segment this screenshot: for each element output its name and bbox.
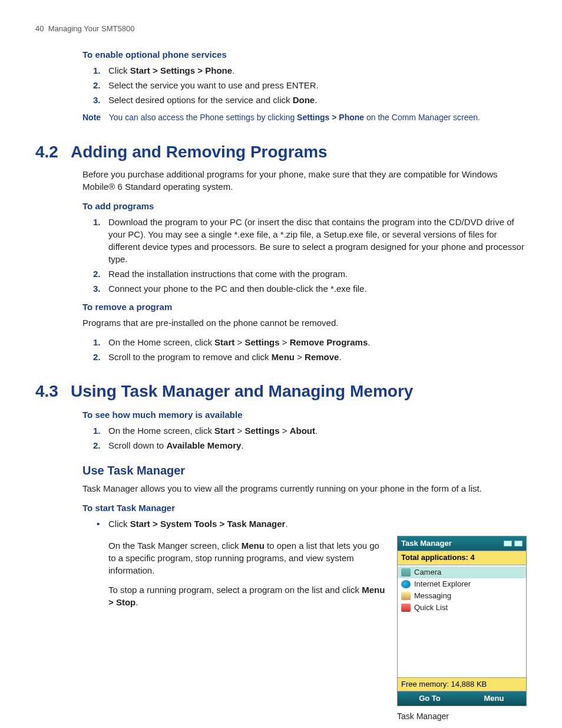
section-4-2: 4.2 Adding and Removing Programs bbox=[35, 140, 527, 163]
camera-icon bbox=[401, 568, 411, 577]
titlebar: Task Manager bbox=[398, 536, 526, 551]
app-item-ie[interactable]: Internet Explorer bbox=[398, 578, 526, 590]
app-item-camera[interactable]: Camera bbox=[398, 566, 526, 578]
heading-remove-program: To remove a program bbox=[82, 301, 527, 313]
softkey-goto[interactable]: Go To bbox=[398, 691, 462, 706]
steps-remove-program: 1.On the Home screen, click Start > Sett… bbox=[82, 336, 527, 363]
titlebar-title: Task Manager bbox=[401, 538, 452, 549]
list-item: Click Start > System Tools > Task Manage… bbox=[82, 518, 527, 530]
bullet-start-task-manager: Click Start > System Tools > Task Manage… bbox=[82, 518, 527, 530]
list-item: 1.Click Start > Settings > Phone. bbox=[82, 64, 527, 77]
quicklist-icon bbox=[401, 604, 411, 612]
task-manager-menu-para: On the Task Manger screen, click Menu to… bbox=[108, 539, 388, 577]
heading-add-programs: To add programs bbox=[82, 200, 527, 212]
heading-start-task-manager: To start Task Manager bbox=[82, 502, 527, 514]
list-item: 2.Read the installation instructions tha… bbox=[82, 268, 527, 280]
task-manager-stop-para: To stop a running program, select a prog… bbox=[108, 584, 388, 608]
list-item: 3.Connect your phone to the PC and then … bbox=[82, 282, 527, 295]
messaging-icon bbox=[401, 592, 411, 600]
steps-add-programs: 1.Download the program to your PC (or in… bbox=[82, 216, 527, 295]
heading-memory-available: To see how much memory is available bbox=[82, 409, 527, 421]
intro-4-2: Before you purchase additional programs … bbox=[82, 168, 527, 193]
heading-use-task-manager: Use Task Manager bbox=[82, 462, 527, 479]
list-item: 2.Scroll to the program to remove and cl… bbox=[82, 351, 527, 363]
status-icons bbox=[504, 541, 523, 546]
screenshot-container: Task Manager Total applications: 4 Camer… bbox=[397, 536, 527, 722]
list-item: 1.On the Home screen, click Start > Sett… bbox=[82, 336, 527, 348]
softkey-menu[interactable]: Menu bbox=[462, 691, 526, 706]
heading-enable-services: To enable optional phone services bbox=[82, 48, 527, 61]
page-header: 40 Managing Your SMT5800 bbox=[35, 24, 527, 34]
page-number: 40 bbox=[35, 24, 44, 33]
note-phone-settings: Note You can also access the Phone setti… bbox=[82, 112, 527, 124]
battery-icon bbox=[504, 541, 512, 546]
list-item: 1.Download the program to your PC (or in… bbox=[82, 216, 527, 265]
remove-intro: Programs that are pre-installed on the p… bbox=[82, 317, 527, 329]
ie-icon bbox=[401, 580, 411, 588]
app-item-messaging[interactable]: Messaging bbox=[398, 590, 526, 602]
steps-enable-services: 1.Click Start > Settings > Phone. 2.Sele… bbox=[82, 64, 527, 106]
list-item: 2.Select the service you want to use and… bbox=[82, 79, 527, 91]
list-item: 1.On the Home screen, click Start > Sett… bbox=[82, 424, 527, 437]
list-item: 2.Scroll down to Available Memory. bbox=[82, 439, 527, 452]
app-list: Camera Internet Explorer Messaging Quick… bbox=[398, 565, 526, 677]
task-manager-screenshot: Task Manager Total applications: 4 Camer… bbox=[397, 536, 527, 706]
section-4-3: 4.3 Using Task Manager and Managing Memo… bbox=[35, 380, 527, 403]
list-item: 3.Select desired options for the service… bbox=[82, 94, 527, 106]
softkey-bar: Go To Menu bbox=[398, 691, 526, 706]
chapter-title: Managing Your SMT5800 bbox=[48, 24, 135, 33]
free-memory-row: Free memory: 14,888 KB bbox=[398, 677, 526, 691]
signal-icon bbox=[514, 541, 523, 546]
total-applications-row: Total applications: 4 bbox=[398, 551, 526, 565]
steps-memory: 1.On the Home screen, click Start > Sett… bbox=[82, 424, 527, 452]
task-manager-intro: Task Manager allows you to view all the … bbox=[82, 482, 527, 495]
screenshot-caption: Task Manager bbox=[397, 711, 527, 723]
app-item-quicklist[interactable]: Quick List bbox=[398, 602, 526, 614]
